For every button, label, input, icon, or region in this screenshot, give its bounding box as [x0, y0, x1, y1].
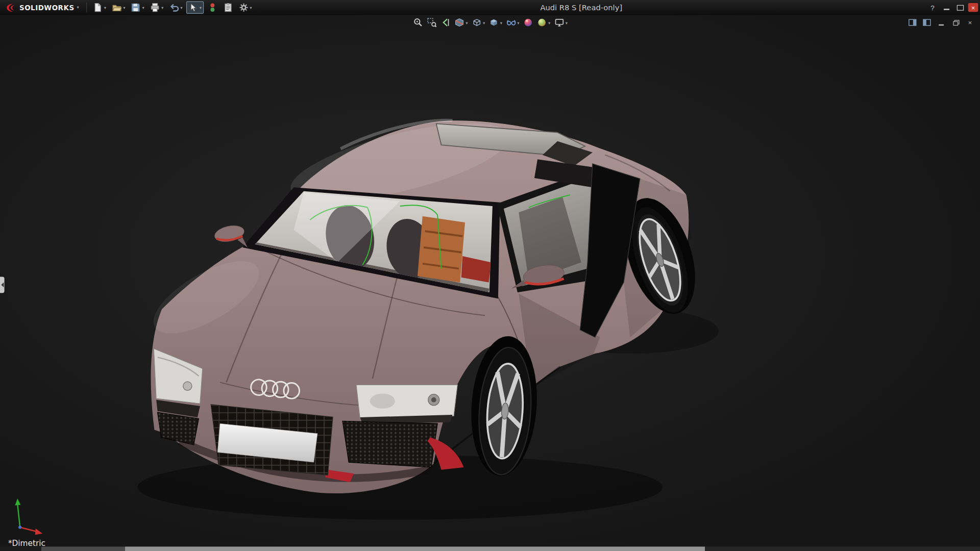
section-view-icon	[454, 17, 464, 28]
graphics-area[interactable]: ▾ ▾ ▾ ▾	[0, 15, 980, 546]
feature-pane-icon	[908, 18, 917, 27]
feature-pane-button[interactable]	[908, 17, 918, 28]
select-button[interactable]: ▾	[186, 1, 204, 13]
os-taskbar	[0, 546, 980, 551]
minimize-icon	[943, 9, 949, 10]
dropdown-caret-icon: ▾	[483, 20, 485, 25]
toolbar-separator	[87, 3, 87, 13]
document-window-controls: ×	[908, 17, 975, 28]
restore-document-button[interactable]	[950, 17, 961, 28]
minimize-button[interactable]	[941, 3, 952, 13]
section-view-button[interactable]: ▾	[454, 17, 469, 28]
new-document-icon	[93, 3, 103, 13]
dropdown-caret-icon: ▾	[517, 20, 519, 25]
save-icon	[131, 3, 141, 13]
dropdown-caret-icon: ▾	[161, 5, 163, 10]
display-pane-icon	[922, 18, 931, 27]
open-document-icon	[112, 3, 122, 13]
title-bar: SOLIDWORKS ▾ ▾ ▾	[0, 0, 980, 15]
taskbar-active-window-button[interactable]	[125, 546, 705, 551]
view-orientation-button[interactable]: ▾	[471, 17, 486, 28]
zoom-to-fit-button[interactable]	[412, 17, 424, 28]
view-orientation-label: *Dimetric	[8, 539, 45, 547]
dropdown-caret-icon: ▾	[250, 5, 252, 10]
rebuild-icon	[207, 3, 217, 13]
new-document-button[interactable]: ▾	[91, 1, 108, 13]
document-title: Audi R8 S [Read-only]	[540, 3, 622, 12]
dropdown-caret-icon: ▾	[180, 5, 182, 10]
solidworks-logo-icon	[5, 2, 17, 13]
undo-button[interactable]: ▾	[167, 1, 185, 13]
undo-icon	[169, 3, 179, 13]
feature-manager-collapse-tab[interactable]	[0, 277, 5, 293]
previous-view-button[interactable]	[440, 17, 451, 28]
dropdown-caret-icon: ▾	[142, 5, 144, 10]
z-axis-origin	[18, 525, 21, 529]
dropdown-caret-icon: ▾	[566, 20, 568, 25]
collapse-arrow-icon	[1, 282, 4, 287]
help-button[interactable]: ?	[927, 3, 938, 13]
apply-scene-button[interactable]: ▾	[536, 17, 551, 28]
maximize-button[interactable]	[954, 3, 966, 13]
close-document-button[interactable]: ×	[965, 17, 975, 28]
view-settings-button[interactable]: ▾	[553, 17, 568, 28]
dropdown-caret-icon: ▾	[123, 5, 125, 10]
left-mirror	[213, 223, 248, 247]
main-toolbar: ▾ ▾ ▾ ▾	[91, 1, 254, 13]
x-axis-arrow	[35, 529, 43, 535]
open-document-button[interactable]: ▾	[110, 1, 127, 13]
app-window: SOLIDWORKS ▾ ▾ ▾	[0, 0, 980, 551]
dropdown-caret-icon: ▾	[200, 5, 202, 10]
taskbar-segment	[41, 546, 125, 551]
view-settings-icon	[554, 17, 565, 28]
print-icon	[150, 3, 160, 13]
view-orientation-icon	[472, 17, 482, 28]
taskbar-start-area[interactable]	[0, 546, 41, 551]
dropdown-caret-icon: ▾	[548, 20, 550, 25]
taskbar-tray-area	[705, 546, 980, 551]
select-cursor-icon	[188, 3, 199, 13]
display-pane-button[interactable]	[922, 17, 932, 28]
dropdown-caret-icon: ▾	[500, 20, 502, 25]
edit-appearance-button[interactable]	[523, 17, 534, 28]
minimize-document-button[interactable]	[936, 17, 946, 28]
zoom-to-fit-icon	[413, 17, 423, 28]
right-intake-mesh	[342, 421, 437, 467]
zoom-to-area-button[interactable]	[426, 17, 437, 28]
file-properties-icon	[223, 3, 233, 13]
options-gear-icon	[238, 3, 249, 13]
hide-show-items-button[interactable]: ▾	[505, 17, 520, 28]
reference-triad	[9, 496, 48, 536]
save-button[interactable]: ▾	[129, 1, 146, 13]
options-button[interactable]: ▾	[237, 1, 254, 13]
close-button[interactable]: ×	[968, 3, 978, 12]
dropdown-caret-icon: ▾	[465, 20, 468, 25]
solidworks-logo[interactable]: SOLIDWORKS ▾	[0, 2, 83, 13]
display-style-button[interactable]: ▾	[488, 17, 503, 28]
maximize-icon	[957, 5, 963, 10]
model-audi-r8[interactable]	[0, 15, 980, 546]
zoom-to-area-icon	[427, 17, 437, 28]
previous-view-icon	[440, 17, 451, 28]
hide-show-items-icon	[506, 17, 516, 28]
minimize-document-icon	[939, 24, 944, 25]
restore-document-icon	[953, 20, 959, 25]
headsup-view-toolbar: ▾ ▾ ▾ ▾	[412, 17, 568, 28]
solidworks-logo-text: SOLIDWORKS	[19, 4, 75, 12]
y-axis-arrow	[15, 498, 20, 505]
rebuild-button[interactable]	[205, 1, 219, 13]
dropdown-caret-icon: ▾	[104, 5, 106, 10]
print-button[interactable]: ▾	[148, 1, 165, 13]
edit-appearance-icon	[523, 17, 533, 28]
file-properties-button[interactable]	[221, 1, 235, 13]
apply-scene-icon	[537, 17, 547, 28]
window-controls: ? ×	[927, 3, 980, 13]
logo-menu-caret-icon: ▾	[77, 5, 79, 10]
display-style-icon	[489, 17, 499, 28]
